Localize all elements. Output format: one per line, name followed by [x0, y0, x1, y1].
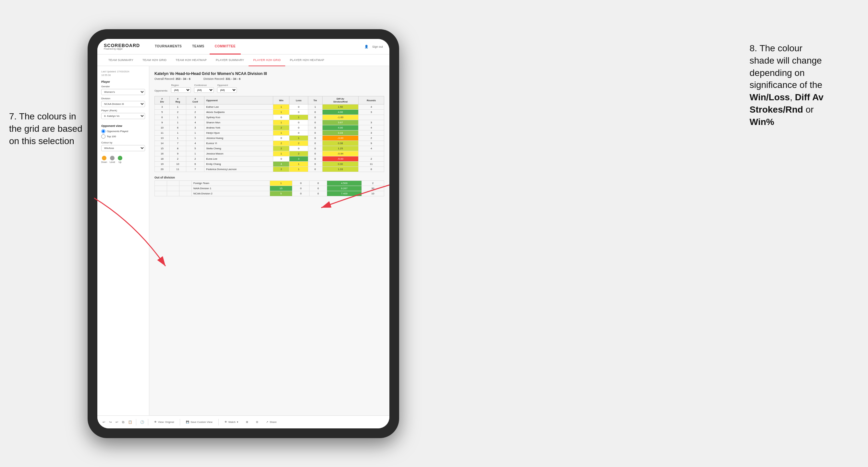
- sub-nav: TEAM SUMMARY TEAM H2H GRID TEAM H2H HEAT…: [97, 55, 390, 66]
- cell-div: 13: [155, 136, 170, 141]
- gender-select[interactable]: Women's Men's: [101, 89, 145, 95]
- cell-div: [155, 191, 167, 196]
- view-original-label: View: Original: [158, 421, 174, 424]
- separator-2: [148, 419, 148, 426]
- cell-reg: 9: [169, 151, 186, 156]
- nav-tournaments[interactable]: TOURNAMENTS: [150, 39, 187, 55]
- sub-nav-player-summary[interactable]: PLAYER SUMMARY: [211, 55, 249, 66]
- sub-nav-player-h2h-grid[interactable]: PLAYER H2H GRID: [249, 55, 285, 66]
- cell-opponent: Federica Domecq Lacroze: [205, 167, 273, 172]
- options-btn[interactable]: ⊞: [244, 419, 250, 425]
- table-cell: 1: [273, 104, 289, 110]
- paste-icon[interactable]: 📋: [128, 420, 132, 424]
- sub-nav-team-h2h-heatmap[interactable]: TEAM H2H HEATMAP: [171, 55, 211, 66]
- gender-label: Gender: [101, 85, 145, 88]
- sub-nav-team-summary[interactable]: TEAM SUMMARY: [104, 55, 138, 66]
- layout-btn[interactable]: ⊟: [254, 419, 260, 425]
- cell-conf: 2: [186, 110, 205, 115]
- clock-icon[interactable]: 🕐: [140, 420, 144, 424]
- cell-rounds: 9: [359, 141, 384, 146]
- table-row: 5 2 2 Alexis Sudjianto 1 0 0 4.00 3: [155, 110, 384, 115]
- colour-by-select[interactable]: Win/loss Diff Av Strokes/Rnd Win%: [101, 145, 145, 151]
- cell-opponent: NCAA Division 2: [192, 191, 270, 196]
- grid-title: Katelyn Vo Head-to-Head Grid for Women's…: [154, 71, 384, 76]
- cell-rounds: 4: [359, 125, 384, 130]
- copy-icon[interactable]: ⧉: [122, 420, 124, 424]
- filter-row: Opponents: Region (All) Conference (All): [154, 84, 384, 93]
- logo-area: SCOREBOARD Powered by clippd: [104, 43, 140, 50]
- annotation-left-text: 7. The colours inthe grid are basedon th…: [9, 111, 83, 146]
- cell-tie: 1: [308, 104, 322, 110]
- cell-tie: 0: [308, 162, 322, 167]
- cell-rounds: 3: [359, 130, 384, 136]
- cell-conf: 4: [186, 141, 205, 146]
- cell-reg: [167, 191, 180, 196]
- nav-committee[interactable]: COMMITTEE: [210, 39, 241, 55]
- filter-region: Region (All): [171, 84, 191, 93]
- annotation-right-text: 8. The colourshade will changedepending …: [750, 43, 824, 127]
- cell-rounds: 2: [359, 136, 384, 141]
- share-label: Share: [270, 421, 276, 424]
- table-cell: 9.267: [327, 186, 362, 191]
- sub-nav-team-h2h-grid[interactable]: TEAM H2H GRID: [138, 55, 171, 66]
- undo2-icon[interactable]: ↩: [116, 420, 118, 424]
- tablet-screen: SCOREBOARD Powered by clippd TOURNAMENTS…: [97, 39, 390, 428]
- sign-out-link[interactable]: Sign out: [372, 45, 383, 49]
- cell-div: 16: [155, 151, 170, 156]
- cell-loss: 0: [292, 181, 309, 186]
- cell-conf: 1: [186, 136, 205, 141]
- watch-btn[interactable]: 👁 Watch ▾: [223, 419, 240, 425]
- cell-rounds: 4: [359, 104, 384, 110]
- table-cell: 1: [273, 151, 289, 156]
- sub-nav-player-h2h-heatmap[interactable]: PLAYER H2H HEATMAP: [285, 55, 329, 66]
- table-cell: 0: [273, 156, 289, 162]
- table-cell: 1.25: [322, 146, 359, 151]
- legend-up: Up: [118, 156, 122, 163]
- cell-conf: 1: [186, 104, 205, 110]
- cell-tie: 0: [308, 141, 322, 146]
- table-cell: 1.33: [322, 167, 359, 172]
- separator-4: [218, 419, 219, 426]
- cell-conf: 1: [186, 130, 205, 136]
- table-row: 18 2 2 Euna Lee 0 3 0 -5.00 2: [155, 156, 384, 162]
- region-select[interactable]: (All): [171, 87, 191, 93]
- view-original-btn[interactable]: 👁 View: Original: [152, 419, 176, 425]
- cell-div: 10: [155, 125, 170, 130]
- grid-area: Katelyn Vo Head-to-Head Grid for Women's…: [149, 66, 390, 415]
- table-row: 20 11 7 Federica Domecq Lacroze 2 1 0 1.…: [155, 167, 384, 172]
- cell-div: [155, 186, 167, 191]
- player-rank-select[interactable]: 8. Katelyn Vo: [101, 113, 145, 119]
- opponent-select[interactable]: (All): [217, 87, 237, 93]
- table-cell: 7.400: [327, 191, 362, 196]
- cell-opponent: Stella Cheng: [205, 146, 273, 151]
- table-cell: 4.00: [322, 125, 359, 130]
- cell-opponent: Euna Lee: [205, 156, 273, 162]
- cell-opponent: Sydney Kuo: [205, 115, 273, 120]
- division-select[interactable]: NCAA Division III: [101, 101, 145, 107]
- conference-select[interactable]: (All): [194, 87, 214, 93]
- table-row: 13 1 1 Jessica Huang 0 1 0 -3.00 2: [155, 136, 384, 141]
- watch-label: Watch: [228, 421, 236, 424]
- undo-icon[interactable]: ↩: [102, 420, 105, 424]
- save-custom-view-btn[interactable]: 💾 Save Custom View: [184, 419, 214, 425]
- radio-top100[interactable]: Top 100: [101, 134, 145, 138]
- redo-icon[interactable]: ↪: [109, 420, 112, 424]
- table-row: 16 9 1 Jessica Mason 1 2 0 -0.94: [155, 151, 384, 156]
- col-win: Win: [273, 96, 289, 104]
- cell-tie: 0: [310, 186, 327, 191]
- table-cell: 0.30: [322, 162, 359, 167]
- table-cell: 1: [273, 110, 289, 115]
- table-cell: 0.38: [322, 141, 359, 146]
- cell-div: 3: [155, 104, 170, 110]
- opponent-view-label: Opponent view: [101, 124, 145, 128]
- nav-teams[interactable]: TEAMS: [187, 39, 210, 55]
- table-cell: -5.00: [322, 156, 359, 162]
- table-cell: 5: [270, 191, 292, 196]
- radio-opponents-played[interactable]: Opponents Played: [101, 129, 145, 133]
- share-btn[interactable]: ↗ Share: [264, 419, 278, 425]
- legend-level-dot: [110, 156, 115, 160]
- watch-icon: 👁: [224, 421, 227, 424]
- cell-tie: 0: [308, 115, 322, 120]
- cell-reg: 2: [169, 110, 186, 115]
- logo-text: SCOREBOARD: [104, 43, 140, 48]
